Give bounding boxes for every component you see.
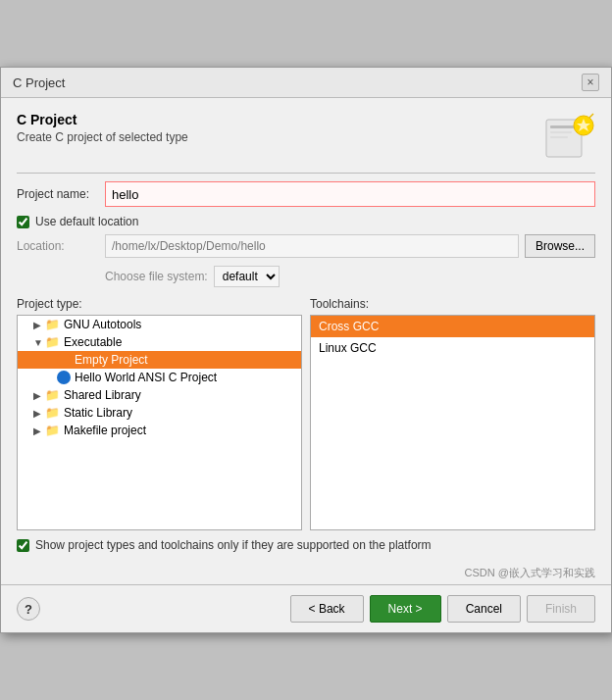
two-col-section: Project type: ▶ 📁 GNU Autotools ▼ 📁 Exec… [17, 297, 595, 530]
use-default-location-checkbox[interactable] [17, 216, 29, 228]
tree-item-label: GNU Autotools [64, 318, 141, 331]
arrow-icon: ▶ [33, 425, 45, 436]
dialog-window: C Project × C Project Create C project o… [0, 67, 612, 633]
folder-icon: 📁 [45, 424, 60, 437]
tree-item-makefile-project[interactable]: ▶ 📁 Makefile project [18, 422, 301, 439]
folder-icon: 📁 [45, 406, 60, 420]
toolchain-item-cross-gcc[interactable]: Cross GCC [311, 316, 594, 337]
title-bar: C Project × [1, 68, 611, 98]
close-button[interactable]: × [582, 74, 599, 91]
platform-support-label[interactable]: Show project types and toolchains only i… [35, 538, 432, 552]
node-icon-blue [57, 371, 71, 384]
dialog-title: C Project [13, 75, 65, 90]
toolchain-list: Cross GCC Linux GCC [310, 315, 595, 530]
divider-1 [17, 173, 595, 174]
tree-item-label: Static Library [64, 406, 132, 420]
nav-buttons: < Back Next > Cancel Finish [290, 595, 595, 623]
tree-item-shared-library[interactable]: ▶ 📁 Shared Library [18, 386, 301, 404]
filesystem-row: Choose file system: default [17, 266, 595, 287]
project-name-input[interactable] [105, 181, 595, 207]
location-row: Location: Browse... [17, 234, 595, 258]
folder-icon: 📁 [45, 335, 60, 349]
toolchain-label: Cross GCC [319, 320, 379, 333]
back-button[interactable]: < Back [290, 595, 364, 623]
folder-icon: 📁 [45, 318, 60, 331]
tree-item-empty-project[interactable]: Empty Project [18, 351, 301, 369]
finish-button[interactable]: Finish [527, 595, 595, 623]
tree-item-label: Makefile project [64, 424, 146, 437]
arrow-icon: ▶ [33, 320, 45, 330]
dialog-body: C Project Create C project of selected t… [1, 98, 611, 566]
toolchain-item-linux-gcc[interactable]: Linux GCC [311, 337, 594, 359]
location-label: Location: [17, 239, 105, 253]
project-type-label: Project type: [17, 297, 302, 311]
toolchains-section: Toolchains: Cross GCC Linux GCC [310, 297, 595, 530]
svg-rect-2 [550, 131, 572, 133]
tree-item-label: Empty Project [75, 353, 148, 367]
svg-rect-3 [550, 136, 568, 138]
filesystem-label: Choose file system: [105, 270, 208, 283]
toolchain-label: Linux GCC [319, 341, 377, 355]
tree-item-label: Hello World ANSI C Project [75, 371, 217, 384]
svg-line-6 [589, 114, 593, 118]
cancel-button[interactable]: Cancel [447, 595, 521, 623]
tree-item-label: Executable [64, 335, 122, 349]
next-button[interactable]: Next > [370, 595, 441, 623]
platform-support-checkbox[interactable] [17, 539, 29, 552]
use-default-location-row: Use default location [17, 215, 595, 228]
page-title: C Project [17, 112, 188, 127]
tree-item-gnu-autotools[interactable]: ▶ 📁 GNU Autotools [18, 316, 301, 333]
toolchains-label: Toolchains: [310, 297, 595, 311]
node-icon-orange [57, 353, 71, 367]
tree-item-executable[interactable]: ▼ 📁 Executable [18, 333, 301, 351]
help-button[interactable]: ? [17, 597, 40, 621]
page-subtitle: Create C project of selected type [17, 130, 188, 144]
use-default-location-label[interactable]: Use default location [35, 215, 138, 228]
project-type-tree: ▶ 📁 GNU Autotools ▼ 📁 Executable [17, 315, 302, 530]
tree-item-hello-world[interactable]: Hello World ANSI C Project [18, 369, 301, 386]
arrow-icon: ▶ [33, 408, 45, 419]
filesystem-select[interactable]: default [214, 266, 280, 287]
arrow-icon: ▶ [33, 390, 45, 401]
project-type-section: Project type: ▶ 📁 GNU Autotools ▼ 📁 Exec… [17, 297, 302, 530]
browse-button[interactable]: Browse... [525, 234, 595, 258]
project-name-row: Project name: [17, 181, 595, 207]
location-input[interactable] [105, 234, 519, 258]
tree-item-label: Shared Library [64, 388, 141, 402]
folder-icon: 📁 [45, 388, 60, 402]
tree-item-static-library[interactable]: ▶ 📁 Static Library [18, 404, 301, 422]
arrow-icon [45, 355, 57, 366]
project-name-label: Project name: [17, 187, 105, 201]
arrow-icon [45, 373, 57, 383]
arrow-icon: ▼ [33, 337, 45, 348]
platform-support-checkbox-row: Show project types and toolchains only i… [17, 538, 595, 552]
button-bar: ? < Back Next > Cancel Finish [1, 584, 611, 632]
watermark: CSDN @嵌入式学习和实践 [1, 566, 611, 584]
wizard-icon [544, 112, 595, 163]
header-section: C Project Create C project of selected t… [17, 112, 595, 163]
